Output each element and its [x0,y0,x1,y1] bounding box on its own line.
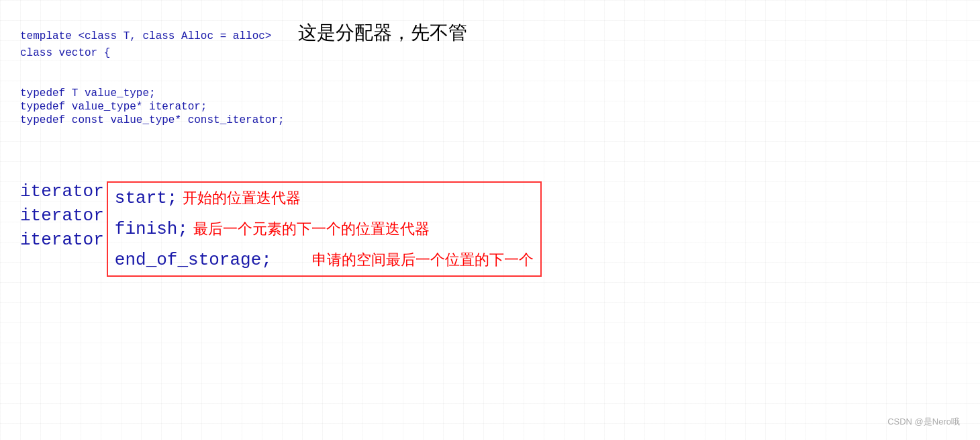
iter-kw-3: iterator [20,230,104,250]
code-line-6: typedef const value_type* const_iterator… [20,114,953,126]
iter-kw-1: iterator [20,181,104,202]
iterator-line-2: iterator [20,206,104,226]
iter3-annotation: 申请的空间最后一个位置的下一个 [312,250,534,270]
code-line-empty-2 [20,128,953,155]
code-line-4: typedef T value_type; [20,87,953,99]
code-line-6-code: typedef const value_type* const_iterator… [20,114,285,126]
iter-kw-2: iterator [20,206,104,226]
code-line-1-comment: 这是分配器，先不管 [298,20,467,46]
red-box: start; 开始的位置迭代器 finish; 最后一个元素的下一个的位置迭代器… [107,181,542,277]
iter2-code: finish; [115,219,188,239]
box-line-2: finish; 最后一个元素的下一个的位置迭代器 [115,214,534,245]
code-line-1: template <class T, class Alloc = alloc> … [20,20,953,46]
iterator-line-3: iterator [20,230,104,250]
iter1-code: start; [115,188,178,208]
code-line-1-code: template <class T, class Alloc = alloc> [20,30,271,42]
iterator-line-1: iterator [20,181,104,202]
code-line-5: typedef value_type* iterator; [20,101,953,113]
iter2-annotation: 最后一个元素的下一个的位置迭代器 [193,219,430,239]
iterator-keywords: iterator iterator iterator [20,181,104,254]
code-line-empty-1 [20,60,953,87]
iter3-code: end_of_storage; [115,250,272,270]
watermark: CSDN @是Nero哦 [887,416,960,428]
code-line-5-code: typedef value_type* iterator; [20,101,207,113]
code-line-4-code: typedef T value_type; [20,87,156,99]
iterator-section: iterator iterator iterator start; 开始的位置迭… [20,181,953,277]
box-line-3: end_of_storage; 申请的空间最后一个位置的下一个 [115,245,534,275]
code-line-2-code: class vector { [20,47,110,59]
iter1-annotation: 开始的位置迭代器 [183,188,301,208]
box-line-1: start; 开始的位置迭代器 [115,183,534,214]
code-line-empty-3 [20,155,953,181]
code-line-2: class vector { [20,47,953,59]
